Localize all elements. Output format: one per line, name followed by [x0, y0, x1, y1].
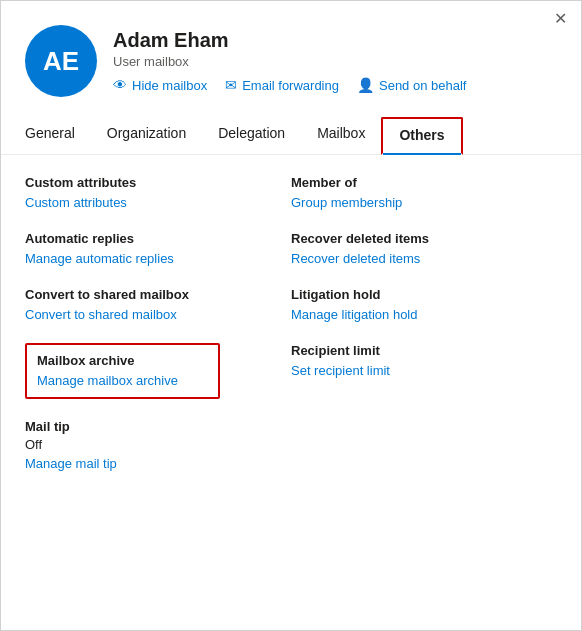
member-of-title: Member of: [291, 175, 557, 190]
manage-mailbox-archive-link[interactable]: Manage mailbox archive: [37, 373, 178, 388]
tab-content: Custom attributes Custom attributes Memb…: [1, 155, 581, 516]
custom-attributes-title: Custom attributes: [25, 175, 291, 190]
header: AE Adam Eham User mailbox 👁 Hide mailbox…: [1, 1, 581, 97]
tab-organization[interactable]: Organization: [91, 117, 202, 155]
automatic-replies-title: Automatic replies: [25, 231, 291, 246]
custom-attributes-link[interactable]: Custom attributes: [25, 195, 127, 210]
action-links: 👁 Hide mailbox ✉ Email forwarding 👤 Send…: [113, 77, 466, 93]
recipient-limit-title: Recipient limit: [291, 343, 557, 358]
recover-deleted-title: Recover deleted items: [291, 231, 557, 246]
close-button[interactable]: ✕: [554, 11, 567, 27]
email-icon: ✉: [225, 77, 237, 93]
section-litigation-hold: Litigation hold Manage litigation hold: [291, 287, 557, 343]
section-recipient-limit: Recipient limit Set recipient limit: [291, 343, 557, 419]
user-info: Adam Eham User mailbox 👁 Hide mailbox ✉ …: [113, 25, 466, 93]
hide-mailbox-label: Hide mailbox: [132, 78, 207, 93]
send-on-behalf-label: Send on behalf: [379, 78, 466, 93]
section-convert-shared: Convert to shared mailbox Convert to sha…: [25, 287, 291, 343]
modal-panel: ✕ AE Adam Eham User mailbox 👁 Hide mailb…: [0, 0, 582, 631]
section-mail-tip: Mail tip Off Manage mail tip: [25, 419, 557, 492]
email-forwarding-label: Email forwarding: [242, 78, 339, 93]
send-on-behalf-link[interactable]: 👤 Send on behalf: [357, 77, 466, 93]
avatar: AE: [25, 25, 97, 97]
litigation-hold-title: Litigation hold: [291, 287, 557, 302]
sections-grid: Custom attributes Custom attributes Memb…: [25, 175, 557, 492]
section-mailbox-archive: Mailbox archive Manage mailbox archive: [25, 343, 291, 419]
tab-general[interactable]: General: [25, 117, 91, 155]
section-automatic-replies: Automatic replies Manage automatic repli…: [25, 231, 291, 287]
tab-mailbox[interactable]: Mailbox: [301, 117, 381, 155]
section-recover-deleted: Recover deleted items Recover deleted it…: [291, 231, 557, 287]
hide-icon: 👁: [113, 77, 127, 93]
person-icon: 👤: [357, 77, 374, 93]
recover-deleted-link[interactable]: Recover deleted items: [291, 251, 420, 266]
section-member-of: Member of Group membership: [291, 175, 557, 231]
convert-shared-link[interactable]: Convert to shared mailbox: [25, 307, 177, 322]
group-membership-link[interactable]: Group membership: [291, 195, 402, 210]
hide-mailbox-link[interactable]: 👁 Hide mailbox: [113, 77, 207, 93]
mail-tip-value: Off: [25, 437, 557, 452]
manage-mail-tip-link[interactable]: Manage mail tip: [25, 456, 117, 471]
manage-automatic-replies-link[interactable]: Manage automatic replies: [25, 251, 174, 266]
email-forwarding-link[interactable]: ✉ Email forwarding: [225, 77, 339, 93]
tab-delegation[interactable]: Delegation: [202, 117, 301, 155]
convert-shared-title: Convert to shared mailbox: [25, 287, 291, 302]
user-name: Adam Eham: [113, 29, 466, 52]
tab-others[interactable]: Others: [381, 117, 462, 155]
mailbox-archive-title: Mailbox archive: [37, 353, 208, 368]
set-recipient-limit-link[interactable]: Set recipient limit: [291, 363, 390, 378]
mail-tip-title: Mail tip: [25, 419, 557, 434]
tab-bar: General Organization Delegation Mailbox …: [1, 117, 581, 155]
user-type: User mailbox: [113, 54, 466, 69]
section-custom-attributes: Custom attributes Custom attributes: [25, 175, 291, 231]
manage-litigation-hold-link[interactable]: Manage litigation hold: [291, 307, 417, 322]
